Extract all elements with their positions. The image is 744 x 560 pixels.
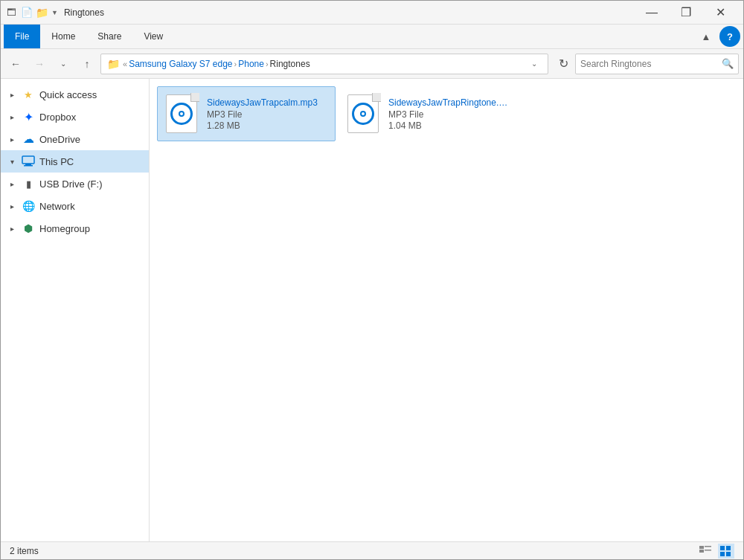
titlebar-save-icon[interactable]: 🗔 [7, 7, 16, 18]
sidebar-label-quick-access: Quick access [39, 89, 143, 100]
address-bar: 📁 « Samsung Galaxy S7 edge › Phone › Rin… [100, 54, 548, 74]
status-right [697, 544, 734, 559]
dropbox-icon: ✦ [22, 110, 35, 123]
file-name-2: SidewaysJawTrapRingtone.mp3 [388, 97, 510, 108]
chevron-icon: ▸ [7, 180, 17, 188]
file-size-2: 1.04 MB [388, 120, 510, 131]
breadcrumb-item-phone[interactable]: Phone [238, 59, 264, 69]
file-size-1: 1.28 MB [207, 120, 329, 131]
title-bar-icons: 🗔 📄 📁 ▼ [7, 7, 58, 19]
ribbon: File Home Share View ▲ ? [1, 25, 743, 49]
chevron-icon: ▸ [7, 225, 17, 233]
maximize-button[interactable]: ❐ [669, 1, 703, 25]
minimize-button[interactable]: — [635, 1, 669, 25]
file-icon-fold [190, 93, 199, 102]
tab-share[interactable]: Share [86, 25, 132, 48]
this-pc-icon [22, 155, 35, 168]
quick-access-icon: ★ [22, 88, 35, 101]
tab-file[interactable]: File [4, 25, 40, 48]
titlebar-folder-icon[interactable]: 📁 [36, 7, 48, 19]
search-box: 🔍 [575, 54, 739, 74]
sidebar-item-dropbox[interactable]: ▸ ✦ Dropbox [1, 106, 149, 128]
status-bar: 2 items [1, 541, 743, 559]
tab-home[interactable]: Home [40, 25, 86, 48]
file-item-1[interactable]: SidewaysJawTrapcalm.mp3 MP3 File 1.28 MB [157, 86, 336, 141]
sidebar-item-homegroup[interactable]: ▸ ⬢ Homegroup [1, 217, 149, 239]
forward-button[interactable]: → [29, 54, 50, 74]
sidebar-label-usb-drive: USB Drive (F:) [39, 178, 143, 190]
svg-rect-3 [699, 546, 704, 549]
breadcrumb: « Samsung Galaxy S7 edge › Phone › Ringt… [123, 59, 524, 69]
music-disc-icon [352, 103, 374, 125]
sidebar-item-onedrive[interactable]: ▸ ☁ OneDrive [1, 128, 149, 150]
sidebar-item-this-pc[interactable]: ▾ This PC [1, 150, 149, 173]
chevron-icon: ▸ [7, 91, 17, 99]
titlebar-dropdown-icon[interactable]: ▼ [51, 9, 58, 16]
file-item-2[interactable]: SidewaysJawTrapRingtone.mp3 MP3 File 1.0… [339, 86, 517, 141]
file-type-2: MP3 File [388, 109, 510, 120]
mp3-icon-2 [345, 93, 381, 135]
sidebar-item-network[interactable]: ▸ 🌐 Network [1, 195, 149, 217]
address-folder-icon: 📁 [107, 58, 120, 70]
search-input[interactable] [580, 59, 719, 69]
file-type-1: MP3 File [207, 109, 329, 120]
svg-rect-1 [25, 164, 31, 165]
title-bar-controls: — ❐ ✕ [635, 1, 737, 25]
network-icon: 🌐 [22, 199, 35, 213]
music-disc-center [179, 111, 185, 117]
music-disc-icon [170, 103, 193, 125]
svg-rect-9 [720, 552, 725, 556]
ribbon-tab-bar: File Home Share View ▲ ? [1, 25, 743, 48]
svg-rect-6 [705, 550, 711, 551]
svg-rect-0 [22, 156, 34, 164]
sidebar: ▸ ★ Quick access ▸ ✦ Dropbox ▸ ☁ OneDriv… [1, 79, 150, 541]
file-icon-fold [372, 93, 381, 102]
chevron-icon: ▸ [7, 202, 17, 210]
tab-view[interactable]: View [132, 25, 174, 48]
svg-rect-10 [726, 552, 731, 556]
svg-rect-4 [705, 546, 711, 547]
usb-drive-icon: ▮ [22, 177, 35, 190]
file-thumb-1 [164, 93, 199, 135]
file-grid: SidewaysJawTrapcalm.mp3 MP3 File 1.28 MB [157, 86, 736, 141]
music-disc-center [360, 111, 366, 117]
svg-rect-8 [726, 546, 731, 550]
sidebar-label-this-pc: This PC [39, 156, 143, 167]
breadcrumb-item-samsung[interactable]: Samsung Galaxy S7 edge [129, 59, 232, 69]
svg-rect-2 [24, 165, 33, 167]
mp3-icon-1 [164, 93, 199, 135]
titlebar-new-icon[interactable]: 📄 [21, 7, 33, 18]
sidebar-label-dropbox: Dropbox [39, 112, 143, 123]
chevron-icon: ▸ [7, 135, 17, 144]
recent-button[interactable]: ⌄ [53, 54, 74, 74]
sidebar-label-onedrive: OneDrive [39, 134, 143, 145]
address-dropdown-button[interactable]: ⌄ [527, 55, 542, 73]
sidebar-item-usb-drive[interactable]: ▸ ▮ USB Drive (F:) [1, 173, 149, 195]
ribbon-expand-icon[interactable]: ▲ [696, 26, 716, 47]
title-bar: 🗔 📄 📁 ▼ Ringtones — ❐ ✕ [1, 1, 743, 25]
chevron-icon: ▸ [7, 113, 17, 121]
breadcrumb-item-ringtones: Ringtones [270, 59, 310, 69]
sidebar-item-quick-access[interactable]: ▸ ★ Quick access [1, 83, 149, 106]
search-icon: 🔍 [722, 58, 734, 69]
svg-rect-7 [720, 546, 725, 550]
svg-rect-5 [699, 550, 704, 553]
nav-bar: ← → ⌄ ↑ 📁 « Samsung Galaxy S7 edge › Pho… [1, 49, 743, 79]
details-view-button[interactable] [697, 544, 713, 559]
file-info-1: SidewaysJawTrapcalm.mp3 MP3 File 1.28 MB [207, 97, 329, 131]
up-button[interactable]: ↑ [77, 54, 97, 74]
help-button[interactable]: ? [719, 26, 740, 47]
file-info-2: SidewaysJawTrapRingtone.mp3 MP3 File 1.0… [388, 97, 510, 131]
item-count: 2 items [10, 546, 39, 556]
sidebar-label-network: Network [39, 201, 143, 212]
large-icons-view-button[interactable] [718, 544, 734, 559]
homegroup-icon: ⬢ [22, 222, 35, 235]
refresh-button[interactable]: ↻ [554, 55, 572, 73]
chevron-icon: ▾ [7, 158, 17, 166]
onedrive-icon: ☁ [22, 132, 35, 146]
back-button[interactable]: ← [5, 54, 26, 74]
sidebar-label-homegroup: Homegroup [39, 223, 143, 234]
explorer-window: 🗔 📄 📁 ▼ Ringtones — ❐ ✕ File Home Share … [0, 0, 744, 560]
close-button[interactable]: ✕ [703, 1, 737, 25]
file-area: SidewaysJawTrapcalm.mp3 MP3 File 1.28 MB [150, 79, 743, 541]
